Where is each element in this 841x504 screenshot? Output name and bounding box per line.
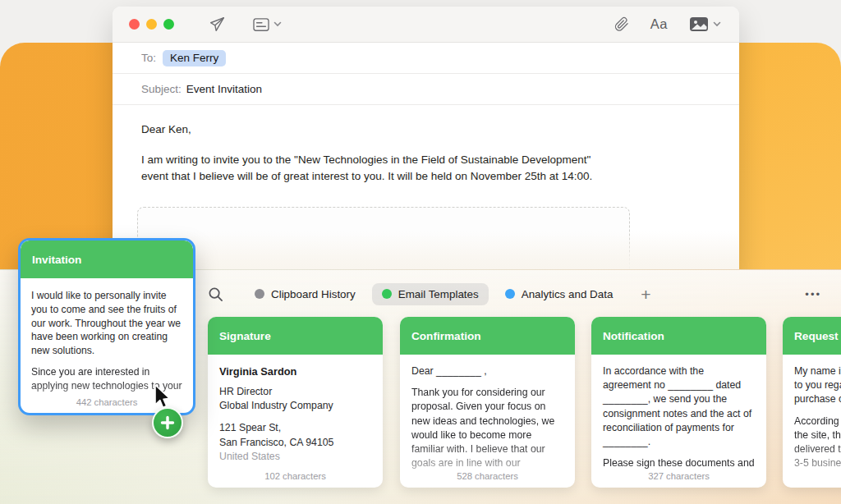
search-button[interactable] (208, 286, 223, 302)
signature-company: Global Industry Company (219, 399, 371, 413)
body-paragraph: I am writing to invite you to the "New T… (141, 152, 595, 185)
card-text: Dear ________ , (411, 364, 563, 378)
card-text: According t the site, th delivered t 3-5… (794, 415, 841, 470)
card-text: I would like to personally invite you to… (31, 289, 182, 358)
card-title: Confirmation (400, 317, 575, 355)
chevron-down-icon (273, 21, 282, 27)
window-controls (129, 19, 174, 30)
card-text: Thank you for considering our proposal. … (411, 386, 563, 470)
subject-value: Event Invitation (186, 83, 262, 95)
card-title: Signature (208, 317, 383, 355)
signature-role: HR Director (219, 385, 371, 399)
signature-address1: 121 Spear St, (219, 421, 371, 435)
template-card-confirmation[interactable]: Confirmation Dear ________ , Thank you f… (400, 317, 575, 488)
mail-toolbar: Aa (113, 7, 739, 43)
plus-icon (159, 415, 176, 431)
card-text: In accordance with the agreement no ____… (603, 364, 755, 449)
zoom-button[interactable] (163, 19, 174, 30)
tab-label: Email Templates (398, 288, 479, 300)
format-menu-button[interactable] (252, 17, 282, 32)
tab-clipboard-history[interactable]: Clipboard History (245, 283, 365, 305)
card-text: My name is to you rega purchase o (794, 364, 841, 407)
card-title: Notification (591, 317, 766, 355)
format-box-icon (252, 17, 270, 32)
message-body[interactable]: Dear Ken, I am writing to invite you to … (113, 105, 739, 185)
minimize-button[interactable] (146, 19, 157, 30)
mouse-cursor (149, 383, 173, 410)
card-title: Invitation (21, 241, 193, 278)
attach-file-button[interactable] (614, 16, 629, 32)
card-title: Request (783, 317, 841, 355)
chevron-down-icon (713, 21, 721, 27)
paste-plus-button[interactable] (152, 407, 183, 438)
template-card-notification[interactable]: Notification In accordance with the agre… (591, 317, 766, 488)
send-icon (209, 16, 226, 33)
paperclip-icon (614, 16, 629, 32)
more-options-button[interactable]: ••• (805, 288, 821, 300)
desktop: Aa To: Ken Ferry Subject: Event Invitati… (0, 0, 841, 504)
tab-dot-icon (382, 289, 392, 299)
tab-label: Analytics and Data (522, 288, 614, 300)
char-count: 327 characters (591, 471, 766, 481)
subject-label: Subject: (141, 83, 182, 95)
recipient-token[interactable]: Ken Ferry (163, 50, 226, 66)
tab-dot-icon (255, 289, 264, 299)
panel-tabbar: Clipboard History Email Templates Analyt… (208, 282, 821, 306)
signature-name: Virginia Sardon (219, 364, 371, 379)
tab-email-templates[interactable]: Email Templates (372, 283, 489, 305)
to-label: To: (141, 52, 156, 64)
close-button[interactable] (129, 19, 140, 30)
tab-label: Clipboard History (271, 288, 356, 300)
char-count: 528 characters (400, 471, 575, 481)
to-field[interactable]: To: Ken Ferry (113, 43, 739, 74)
greeting-line: Dear Ken, (141, 121, 710, 138)
insert-media-button[interactable] (689, 16, 721, 32)
tab-analytics-and-data[interactable]: Analytics and Data (495, 283, 623, 305)
signature-address2: San Francisco, CA 94105 (219, 436, 371, 450)
template-card-request[interactable]: Request My name is to you rega purchase … (783, 317, 841, 488)
subject-field[interactable]: Subject: Event Invitation (113, 74, 739, 105)
search-icon (208, 286, 223, 302)
send-button[interactable] (209, 16, 226, 33)
signature-country: United States (219, 450, 371, 464)
tab-dot-icon (505, 289, 515, 299)
format-text-button[interactable]: Aa (650, 16, 668, 32)
card-text: Please sign these documents and send cop… (603, 456, 755, 470)
photo-icon (689, 16, 709, 32)
char-count: 102 characters (208, 471, 383, 481)
template-card-signature[interactable]: Signature Virginia Sardon HR Director Gl… (208, 317, 383, 488)
add-list-button[interactable]: + (637, 286, 654, 303)
